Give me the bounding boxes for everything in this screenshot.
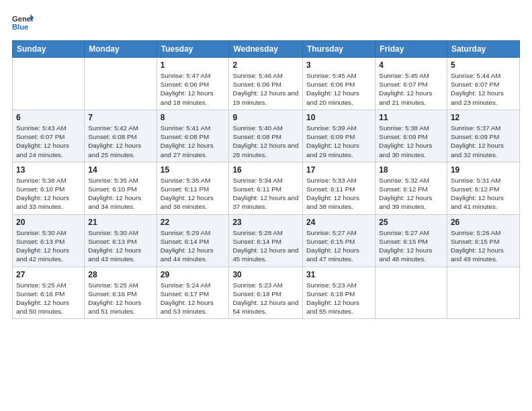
calendar-cell: 25Sunrise: 5:27 AM Sunset: 6:15 PM Dayli… [375, 214, 447, 267]
calendar-cell: 2Sunrise: 5:46 AM Sunset: 6:06 PM Daylig… [229, 58, 303, 110]
calendar-cell: 1Sunrise: 5:47 AM Sunset: 6:06 PM Daylig… [157, 58, 229, 110]
calendar-cell: 10Sunrise: 5:39 AM Sunset: 6:09 PM Dayli… [303, 109, 375, 162]
cell-info: Sunrise: 5:34 AM Sunset: 6:11 PM Dayligh… [232, 176, 299, 212]
cell-info: Sunrise: 5:35 AM Sunset: 6:11 PM Dayligh… [161, 176, 226, 212]
logo-icon: General Blue [12, 12, 34, 34]
cell-info: Sunrise: 5:30 AM Sunset: 6:13 PM Dayligh… [88, 228, 152, 264]
cell-info: Sunrise: 5:33 AM Sunset: 6:11 PM Dayligh… [306, 176, 371, 212]
calendar-header-monday: Monday [85, 41, 157, 58]
calendar-cell: 13Sunrise: 5:36 AM Sunset: 6:10 PM Dayli… [13, 162, 85, 214]
calendar-cell: 7Sunrise: 5:42 AM Sunset: 6:08 PM Daylig… [85, 109, 157, 162]
calendar-header-saturday: Saturday [447, 41, 519, 58]
cell-day-number: 22 [161, 218, 226, 227]
cell-day-number: 13 [16, 165, 81, 175]
calendar-cell: 14Sunrise: 5:35 AM Sunset: 6:10 PM Dayli… [85, 162, 157, 214]
cell-day-number: 1 [161, 60, 226, 70]
calendar-cell: 18Sunrise: 5:32 AM Sunset: 6:12 PM Dayli… [375, 162, 447, 214]
cell-day-number: 7 [88, 113, 152, 122]
calendar-cell: 21Sunrise: 5:30 AM Sunset: 6:13 PM Dayli… [85, 214, 157, 267]
cell-day-number: 10 [306, 113, 371, 122]
calendar-week-0: 1Sunrise: 5:47 AM Sunset: 6:06 PM Daylig… [13, 58, 520, 110]
cell-day-number: 20 [16, 218, 81, 227]
cell-day-number: 11 [379, 113, 443, 122]
calendar-cell: 30Sunrise: 5:23 AM Sunset: 6:18 PM Dayli… [229, 267, 303, 319]
cell-day-number: 9 [232, 113, 299, 122]
calendar-cell: 28Sunrise: 5:25 AM Sunset: 6:16 PM Dayli… [85, 267, 157, 319]
cell-info: Sunrise: 5:43 AM Sunset: 6:07 PM Dayligh… [16, 124, 81, 159]
cell-day-number: 19 [451, 165, 516, 175]
calendar-cell: 6Sunrise: 5:43 AM Sunset: 6:07 PM Daylig… [13, 109, 85, 162]
calendar-cell: 22Sunrise: 5:29 AM Sunset: 6:14 PM Dayli… [157, 214, 229, 267]
calendar-cell: 24Sunrise: 5:27 AM Sunset: 6:15 PM Dayli… [303, 214, 375, 267]
cell-info: Sunrise: 5:25 AM Sunset: 6:16 PM Dayligh… [16, 281, 81, 316]
calendar-cell: 11Sunrise: 5:38 AM Sunset: 6:09 PM Dayli… [375, 109, 447, 162]
cell-day-number: 23 [232, 218, 299, 227]
calendar-cell [85, 58, 157, 110]
cell-info: Sunrise: 5:36 AM Sunset: 6:10 PM Dayligh… [16, 176, 81, 212]
calendar-cell: 9Sunrise: 5:40 AM Sunset: 6:08 PM Daylig… [229, 109, 303, 162]
cell-day-number: 18 [379, 165, 443, 175]
cell-day-number: 8 [161, 113, 226, 122]
calendar-cell [13, 58, 85, 110]
calendar-cell: 23Sunrise: 5:28 AM Sunset: 6:14 PM Dayli… [229, 214, 303, 267]
calendar-cell: 19Sunrise: 5:31 AM Sunset: 6:12 PM Dayli… [447, 162, 519, 214]
cell-info: Sunrise: 5:45 AM Sunset: 6:06 PM Dayligh… [306, 71, 371, 107]
cell-day-number: 4 [379, 60, 443, 70]
cell-day-number: 25 [379, 218, 443, 227]
calendar-cell: 26Sunrise: 5:26 AM Sunset: 6:15 PM Dayli… [447, 214, 519, 267]
cell-info: Sunrise: 5:23 AM Sunset: 6:18 PM Dayligh… [306, 281, 371, 316]
page: General Blue SundayMondayTuesdayWednesda… [0, 0, 532, 411]
calendar-header-row: SundayMondayTuesdayWednesdayThursdayFrid… [13, 41, 520, 58]
cell-info: Sunrise: 5:23 AM Sunset: 6:18 PM Dayligh… [232, 281, 299, 316]
cell-info: Sunrise: 5:27 AM Sunset: 6:15 PM Dayligh… [379, 228, 443, 264]
calendar-cell: 8Sunrise: 5:41 AM Sunset: 6:08 PM Daylig… [157, 109, 229, 162]
cell-info: Sunrise: 5:25 AM Sunset: 6:16 PM Dayligh… [88, 281, 152, 316]
cell-info: Sunrise: 5:28 AM Sunset: 6:14 PM Dayligh… [232, 228, 299, 264]
calendar-cell: 12Sunrise: 5:37 AM Sunset: 6:09 PM Dayli… [447, 109, 519, 162]
calendar-cell: 5Sunrise: 5:44 AM Sunset: 6:07 PM Daylig… [447, 58, 519, 110]
calendar-cell: 31Sunrise: 5:23 AM Sunset: 6:18 PM Dayli… [303, 267, 375, 319]
cell-info: Sunrise: 5:41 AM Sunset: 6:08 PM Dayligh… [161, 124, 226, 159]
calendar-header-thursday: Thursday [303, 41, 375, 58]
calendar-header-friday: Friday [375, 41, 447, 58]
logo: General Blue [12, 12, 34, 34]
cell-info: Sunrise: 5:39 AM Sunset: 6:09 PM Dayligh… [306, 124, 371, 159]
calendar-week-4: 27Sunrise: 5:25 AM Sunset: 6:16 PM Dayli… [13, 267, 520, 319]
cell-info: Sunrise: 5:29 AM Sunset: 6:14 PM Dayligh… [161, 228, 226, 264]
calendar-cell: 3Sunrise: 5:45 AM Sunset: 6:06 PM Daylig… [303, 58, 375, 110]
cell-info: Sunrise: 5:31 AM Sunset: 6:12 PM Dayligh… [451, 176, 516, 212]
cell-info: Sunrise: 5:40 AM Sunset: 6:08 PM Dayligh… [232, 124, 299, 159]
calendar-cell: 27Sunrise: 5:25 AM Sunset: 6:16 PM Dayli… [13, 267, 85, 319]
cell-day-number: 5 [451, 60, 516, 70]
cell-info: Sunrise: 5:38 AM Sunset: 6:09 PM Dayligh… [379, 124, 443, 159]
cell-day-number: 14 [88, 165, 152, 175]
cell-day-number: 16 [232, 165, 299, 175]
cell-day-number: 2 [232, 60, 299, 70]
cell-info: Sunrise: 5:44 AM Sunset: 6:07 PM Dayligh… [451, 71, 516, 107]
calendar-cell: 20Sunrise: 5:30 AM Sunset: 6:13 PM Dayli… [13, 214, 85, 267]
cell-info: Sunrise: 5:30 AM Sunset: 6:13 PM Dayligh… [16, 228, 81, 264]
calendar-header-tuesday: Tuesday [157, 41, 229, 58]
cell-info: Sunrise: 5:45 AM Sunset: 6:07 PM Dayligh… [379, 71, 443, 107]
cell-day-number: 31 [306, 270, 371, 279]
cell-info: Sunrise: 5:35 AM Sunset: 6:10 PM Dayligh… [88, 176, 152, 212]
calendar-header-wednesday: Wednesday [229, 41, 303, 58]
cell-day-number: 3 [306, 60, 371, 70]
cell-day-number: 28 [88, 270, 152, 279]
calendar-cell: 17Sunrise: 5:33 AM Sunset: 6:11 PM Dayli… [303, 162, 375, 214]
cell-info: Sunrise: 5:26 AM Sunset: 6:15 PM Dayligh… [451, 228, 516, 264]
cell-day-number: 21 [88, 218, 152, 227]
cell-day-number: 15 [161, 165, 226, 175]
cell-day-number: 12 [451, 113, 516, 122]
cell-info: Sunrise: 5:42 AM Sunset: 6:08 PM Dayligh… [88, 124, 152, 159]
svg-text:Blue: Blue [12, 23, 28, 31]
cell-day-number: 27 [16, 270, 81, 279]
calendar-week-2: 13Sunrise: 5:36 AM Sunset: 6:10 PM Dayli… [13, 162, 520, 214]
calendar-week-1: 6Sunrise: 5:43 AM Sunset: 6:07 PM Daylig… [13, 109, 520, 162]
cell-day-number: 26 [451, 218, 516, 227]
cell-info: Sunrise: 5:24 AM Sunset: 6:17 PM Dayligh… [161, 281, 226, 316]
calendar-cell [375, 267, 447, 319]
calendar-cell: 29Sunrise: 5:24 AM Sunset: 6:17 PM Dayli… [157, 267, 229, 319]
cell-info: Sunrise: 5:47 AM Sunset: 6:06 PM Dayligh… [161, 71, 226, 107]
cell-day-number: 17 [306, 165, 371, 175]
